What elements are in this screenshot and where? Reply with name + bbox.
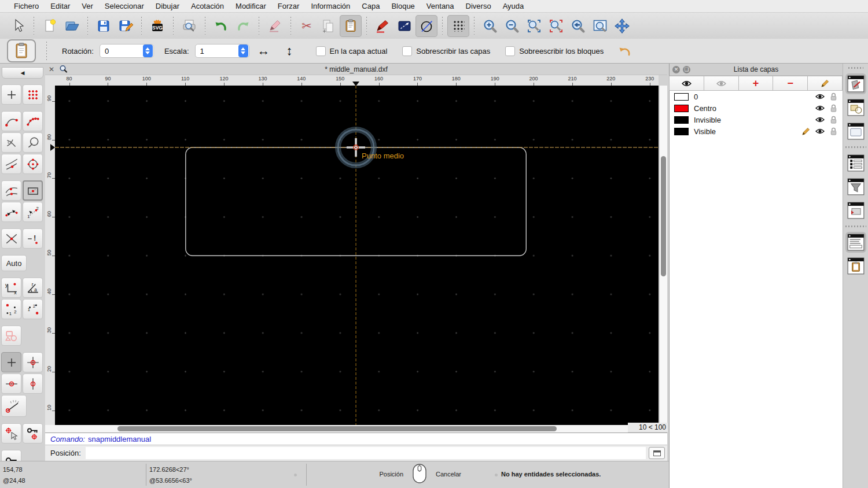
menu-ayuda[interactable]: Ayuda bbox=[497, 2, 530, 10]
edit-layer-button[interactable] bbox=[807, 76, 843, 91]
layer-visibility-icon[interactable] bbox=[815, 116, 825, 123]
snap-intersection-button[interactable] bbox=[1, 228, 21, 249]
snap-endpoints-button[interactable] bbox=[1, 111, 21, 131]
undo-button[interactable] bbox=[210, 15, 232, 37]
layer-color-swatch[interactable] bbox=[674, 116, 689, 124]
command-line[interactable]: Comando: snapmiddlemanual bbox=[45, 432, 667, 445]
new-document-button[interactable] bbox=[39, 15, 61, 37]
snap-on-entity-button[interactable] bbox=[23, 111, 43, 131]
layer-visibility-icon[interactable] bbox=[815, 105, 825, 112]
toolbar-back-button[interactable]: ◀ bbox=[2, 67, 43, 79]
snap-middle-manual-button[interactable] bbox=[23, 180, 43, 201]
menu-ver[interactable]: Ver bbox=[76, 2, 99, 10]
grid-toggle-button[interactable] bbox=[447, 15, 469, 37]
delete-entities-button[interactable] bbox=[264, 15, 286, 37]
layer-visibility-icon[interactable] bbox=[815, 93, 825, 100]
layer-lock-icon[interactable] bbox=[830, 104, 837, 112]
zoom-auto-button[interactable] bbox=[523, 15, 545, 37]
menu-información[interactable]: Información bbox=[305, 2, 356, 10]
dock-filter-widget-button[interactable] bbox=[845, 176, 866, 197]
checkbox-box[interactable] bbox=[402, 46, 412, 56]
dock-entity-list-widget-button[interactable] bbox=[845, 153, 866, 173]
checkbox-current-layer[interactable]: En la capa actual bbox=[316, 46, 388, 56]
line-tool-button[interactable] bbox=[393, 15, 415, 37]
checkbox-box[interactable] bbox=[505, 46, 515, 56]
zoom-in-button[interactable] bbox=[479, 15, 501, 37]
snap-tangent-button[interactable] bbox=[1, 154, 21, 174]
zoom-selected-button[interactable] bbox=[545, 15, 567, 37]
menu-fichero[interactable]: Fichero bbox=[8, 2, 45, 10]
snap-angle-button[interactable] bbox=[1, 395, 27, 417]
dock-drag-handle[interactable] bbox=[848, 67, 863, 69]
dock-blocks-widget-button[interactable] bbox=[845, 97, 866, 118]
dock-library-widget-button[interactable] bbox=[845, 121, 866, 142]
lock-relative-zero-button[interactable] bbox=[23, 423, 43, 443]
layer-visibility-icon[interactable] bbox=[815, 128, 825, 135]
layer-row[interactable]: Centro bbox=[670, 102, 843, 114]
snap-grid-button[interactable] bbox=[23, 84, 43, 105]
layer-lock-icon[interactable] bbox=[830, 93, 837, 101]
save-as-button[interactable] bbox=[115, 15, 137, 37]
set-relative-zero-button[interactable] bbox=[1, 423, 21, 443]
scrollbar-thumb[interactable] bbox=[661, 156, 666, 276]
menu-bloque[interactable]: Bloque bbox=[385, 2, 420, 10]
position-input[interactable] bbox=[86, 447, 646, 459]
export-svg-button[interactable]: SVG bbox=[146, 15, 168, 37]
stepper-icon[interactable] bbox=[238, 45, 248, 57]
flip-horizontal-button[interactable]: ↔ bbox=[258, 43, 270, 58]
options-undo-button[interactable] bbox=[614, 40, 636, 62]
zoom-previous-button[interactable] bbox=[567, 15, 589, 37]
checkbox-box[interactable] bbox=[316, 46, 326, 56]
menu-seleccionar[interactable]: Seleccionar bbox=[99, 2, 150, 10]
relative-point-2-button[interactable]: 12 bbox=[23, 299, 43, 319]
vertical-scrollbar[interactable] bbox=[659, 86, 667, 424]
layer-lock-icon[interactable] bbox=[830, 116, 837, 124]
snap-free-button[interactable] bbox=[1, 84, 21, 105]
restrict-horizontal-button[interactable] bbox=[1, 374, 21, 394]
snap-nothing-button[interactable]: ! bbox=[23, 228, 43, 249]
snap-middle-button[interactable] bbox=[1, 180, 21, 201]
open-document-button[interactable] bbox=[61, 15, 83, 37]
menu-editar[interactable]: Editar bbox=[45, 2, 76, 10]
layer-color-swatch[interactable] bbox=[674, 105, 689, 112]
select-arrow-button[interactable] bbox=[7, 15, 29, 37]
scrollbar-thumb[interactable] bbox=[117, 426, 557, 431]
relative-point-1-button[interactable]: 12 bbox=[1, 299, 21, 319]
dock-views-widget-button[interactable] bbox=[845, 200, 866, 221]
redo-button[interactable] bbox=[232, 15, 254, 37]
menu-modificar[interactable]: Modificar bbox=[230, 2, 272, 10]
checkbox-overwrite-layers[interactable]: Sobrescribir las capas bbox=[402, 46, 490, 56]
restrict-nothing-button[interactable] bbox=[1, 352, 21, 372]
remove-layer-button[interactable]: − bbox=[773, 76, 808, 91]
rotation-combobox[interactable]: 0 bbox=[100, 44, 154, 58]
save-button[interactable] bbox=[93, 15, 115, 37]
coordinate-polar-button[interactable]: ra bbox=[23, 278, 43, 298]
snap-to-selection-button[interactable] bbox=[1, 326, 21, 346]
dock-command-widget-button[interactable] bbox=[845, 232, 866, 253]
menu-ventana[interactable]: Ventana bbox=[421, 2, 460, 10]
restrict-orthogonal-button[interactable] bbox=[23, 352, 43, 372]
print-preview-button[interactable] bbox=[178, 15, 200, 37]
menu-diverso[interactable]: Diverso bbox=[460, 2, 497, 10]
layer-row[interactable]: Visible bbox=[670, 125, 843, 137]
restrict-vertical-button[interactable] bbox=[23, 374, 43, 394]
layer-row[interactable]: Invisible bbox=[670, 114, 843, 125]
layer-color-swatch[interactable] bbox=[674, 93, 689, 101]
drawing-canvas[interactable]: Punto medio bbox=[55, 86, 659, 425]
layer-row[interactable]: 0 bbox=[670, 91, 843, 102]
snap-intersection-auto-button[interactable] bbox=[1, 132, 21, 153]
layer-color-swatch[interactable] bbox=[674, 128, 689, 135]
snap-distance-button[interactable] bbox=[1, 202, 21, 222]
scale-combobox[interactable]: 1 bbox=[195, 44, 249, 58]
menu-capa[interactable]: Capa bbox=[356, 2, 385, 10]
circle-tool-button[interactable] bbox=[415, 15, 437, 37]
attributes-pen-button[interactable] bbox=[372, 15, 393, 37]
snap-distance-manual-button[interactable]: 12 bbox=[23, 202, 43, 222]
stepper-icon[interactable] bbox=[143, 45, 153, 57]
zoom-window-button[interactable] bbox=[589, 15, 611, 37]
zoom-pan-button[interactable] bbox=[611, 15, 633, 37]
cut-button[interactable]: ✂ bbox=[296, 15, 318, 37]
snap-center-button[interactable] bbox=[23, 154, 43, 174]
layer-lock-icon[interactable] bbox=[830, 127, 837, 135]
checkbox-overwrite-blocks[interactable]: Sobreescribir los bloques bbox=[505, 46, 604, 56]
